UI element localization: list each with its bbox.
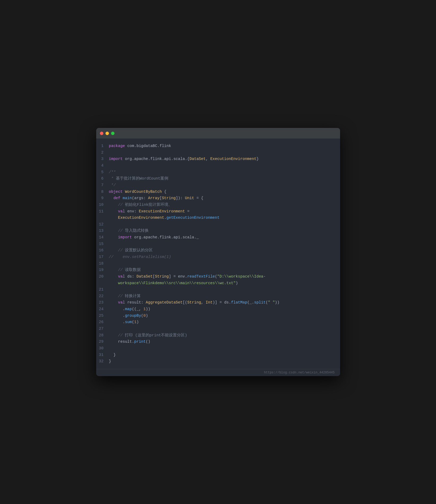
code-line-29: 29 result.print() bbox=[96, 338, 340, 345]
code-line-14: 14 import org.apache.flink.api.scala._ bbox=[96, 234, 340, 241]
code-line-11b: ExecutionEnvironment.getExecutionEnviron… bbox=[96, 215, 340, 221]
code-line-20a: 20 val ds: DataSet[String] = env.readTex… bbox=[96, 273, 340, 280]
code-line-6: 6 * 基于批计算的WordCount案例 bbox=[96, 175, 340, 182]
code-line-17: 17 // env.setParallelism(1) bbox=[96, 254, 340, 260]
code-line-11a: 11 val env: ExecutionEnvironment = bbox=[96, 208, 340, 215]
code-line-28: 28 // 打印 (这里的print不能设置分区) bbox=[96, 332, 340, 339]
code-window: 1 package com.bigdataBC.flink 2 3 import… bbox=[96, 128, 340, 376]
code-line-9: 9 def main(args: Array[String]): Unit = … bbox=[96, 195, 340, 202]
code-line-31: 31 } bbox=[96, 352, 340, 358]
title-bar bbox=[96, 128, 340, 139]
code-line-21: 21 bbox=[96, 286, 340, 293]
code-line-18: 18 bbox=[96, 260, 340, 267]
code-line-23: 23 val result: AggregateDataSet[(String,… bbox=[96, 299, 340, 306]
code-line-3: 3 import org.apache.flink.api.scala.{Dat… bbox=[96, 156, 340, 162]
code-line-10: 10 // 初始化Flink批计算环境、 bbox=[96, 202, 340, 208]
close-button[interactable] bbox=[100, 132, 103, 135]
code-line-19: 19 // 读取数据 bbox=[96, 267, 340, 273]
code-line-30: 30 bbox=[96, 345, 340, 352]
footer-url: https://blog.csdn.net/weixin_44285445 bbox=[264, 371, 334, 374]
code-line-5: 5 /** bbox=[96, 169, 340, 176]
code-line-7: 7 */ bbox=[96, 182, 340, 189]
footer-bar: https://blog.csdn.net/weixin_44285445 bbox=[96, 369, 340, 376]
code-line-20b: workspace\\Flinkdemo\\src\\main\\resourc… bbox=[96, 280, 340, 287]
code-line-15: 15 bbox=[96, 241, 340, 247]
minimize-button[interactable] bbox=[105, 132, 109, 135]
code-editor: 1 package com.bigdataBC.flink 2 3 import… bbox=[96, 139, 340, 369]
code-line-2: 2 bbox=[96, 149, 340, 156]
code-line-12: 12 bbox=[96, 221, 340, 228]
code-line-27: 27 bbox=[96, 325, 340, 332]
code-line-8: 8 object WordCountByBatch { bbox=[96, 189, 340, 195]
code-line-4: 4 bbox=[96, 162, 340, 169]
code-line-25: 25 .groupBy(0) bbox=[96, 313, 340, 319]
code-line-16: 16 // 设置默认的分区 bbox=[96, 247, 340, 254]
code-line-22: 22 // 转换计算 bbox=[96, 293, 340, 300]
code-line-26: 26 .sum(1) bbox=[96, 319, 340, 325]
code-line-32: 32 } bbox=[96, 358, 340, 365]
code-line-1: 1 package com.bigdataBC.flink bbox=[96, 143, 340, 149]
code-line-24: 24 .map((_, 1)) bbox=[96, 306, 340, 313]
maximize-button[interactable] bbox=[111, 132, 114, 135]
code-line-13: 13 // 导入隐式转换 bbox=[96, 228, 340, 234]
